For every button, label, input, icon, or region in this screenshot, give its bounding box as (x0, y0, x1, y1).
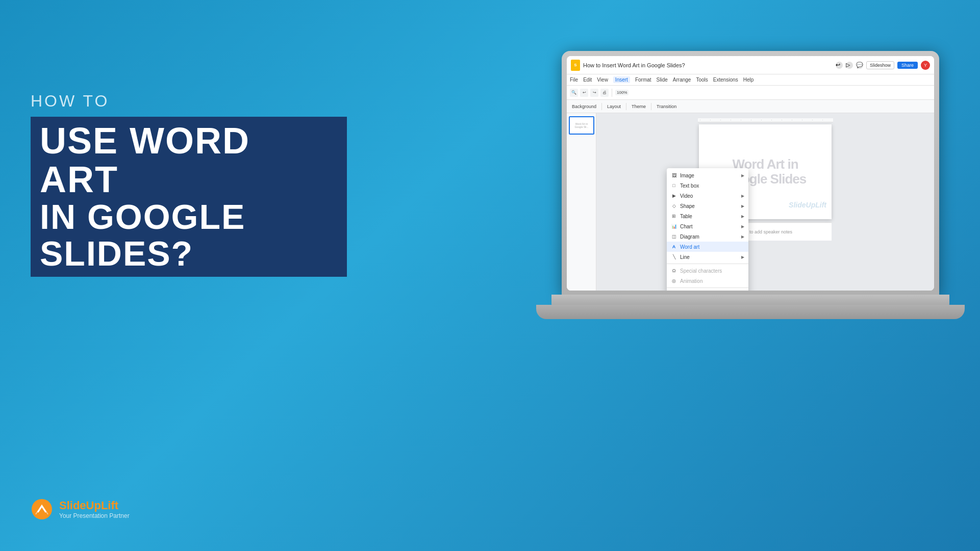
user-avatar: Y (921, 61, 930, 70)
slide-thumbnail-1[interactable]: 1 Word Art inGoogle Sli... (569, 116, 594, 135)
present-icon[interactable]: ▷ (846, 62, 853, 69)
menu-view[interactable]: View (597, 77, 608, 83)
toolbar-sep-1 (612, 89, 612, 97)
diagram-icon: ◫ (671, 233, 677, 240)
main-title: USE WORD ART IN GOOGLE SLIDES? (31, 117, 347, 277)
dd-item-video[interactable]: ▶ Video ▶ (667, 191, 748, 201)
zoom-btn[interactable]: 🔍 (570, 89, 578, 97)
gs-main-content: 1 Word Art inGoogle Sli... (567, 113, 934, 291)
ruler-marks (700, 120, 831, 120)
menu-extensions[interactable]: Extensions (713, 77, 738, 83)
title-line2: IN GOOGLE SLIDES? (40, 199, 338, 272)
dd-label-diagram: Diagram (680, 234, 738, 240)
logo-name-colored: SlideUp (59, 499, 101, 512)
special-chars-icon: Ω (671, 268, 677, 274)
zoom-level[interactable]: 100% (615, 90, 629, 95)
video-icon: ▶ (671, 193, 677, 199)
dd-item-special-chars[interactable]: Ω Special characters (667, 266, 748, 276)
video-arrow: ▶ (741, 194, 744, 198)
menu-format[interactable]: Format (635, 77, 651, 83)
dd-label-image: Image (680, 173, 738, 178)
dd-label-video: Video (680, 193, 738, 199)
slide-watermark: SlideUpLift (789, 201, 826, 209)
dd-label-line: Line (680, 254, 738, 260)
dd-item-textbox[interactable]: □ Text box (667, 180, 748, 191)
background-btn[interactable]: Background (570, 103, 598, 110)
gs-titlebar: S How to Insert Word Art in Google Slide… (567, 56, 934, 74)
image-arrow: ▶ (741, 173, 744, 178)
gs-slides-panel: 1 Word Art inGoogle Sli... (567, 113, 596, 291)
google-slides-ui: S How to Insert Word Art in Google Slide… (567, 56, 934, 291)
menu-file[interactable]: File (570, 77, 578, 83)
textbox-icon: □ (671, 182, 677, 189)
animation-icon: ◎ (671, 278, 677, 284)
line-icon: ╲ (671, 254, 677, 260)
gs-editor-area[interactable]: Word Art inGoogle Slides SlideUpLift Cli… (596, 113, 934, 291)
diagram-arrow: ▶ (741, 234, 744, 239)
menu-edit[interactable]: Edit (583, 77, 592, 83)
gs-titlebar-icons: ↩ ▷ 💬 Slideshow Share Y (836, 61, 930, 70)
chart-arrow: ▶ (741, 224, 744, 229)
laptop-bottom (536, 305, 965, 319)
laptop-base (551, 295, 949, 306)
title-line1: USE WORD ART (40, 120, 250, 200)
menu-insert[interactable]: Insert (613, 76, 630, 83)
laptop-screen-inner: S How to Insert Word Art in Google Slide… (567, 56, 934, 291)
tb2-sep-3 (651, 103, 651, 110)
comments-icon[interactable]: 💬 (856, 62, 863, 69)
logo-tagline: Your Presentation Partner (59, 512, 130, 519)
dd-item-diagram[interactable]: ◫ Diagram ▶ (667, 231, 748, 242)
menu-arrange[interactable]: Arrange (673, 77, 691, 83)
how-to-label: HOW TO (31, 92, 347, 111)
tb2-sep-1 (601, 103, 602, 110)
dd-item-link[interactable]: 🔗 Link Ctrl+K (667, 290, 748, 291)
logo-text: SlideUpLift Your Presentation Partner (59, 499, 130, 519)
laptop-container: S How to Insert Word Art in Google Slide… (551, 51, 949, 347)
page-background: HOW TO USE WORD ART IN GOOGLE SLIDES? Sl… (0, 0, 980, 551)
image-icon: 🖼 (671, 172, 677, 178)
dd-item-chart[interactable]: 📊 Chart ▶ (667, 221, 748, 231)
table-icon: ⊞ (671, 213, 677, 219)
shape-icon: ◇ (671, 203, 677, 209)
table-arrow: ▶ (741, 214, 744, 219)
history-icon[interactable]: ↩ (836, 62, 843, 69)
slideshow-button[interactable]: Slideshow (866, 61, 894, 69)
tb2-sep-2 (626, 103, 626, 110)
layout-btn[interactable]: Layout (605, 103, 623, 110)
chart-icon: 📊 (671, 223, 677, 229)
dd-item-animation[interactable]: ◎ Animation (667, 276, 748, 286)
slideuplift-logo-icon (31, 498, 53, 520)
dd-label-special-chars: Special characters (680, 268, 744, 274)
line-arrow: ▶ (741, 255, 744, 259)
dd-item-shape[interactable]: ◇ Shape ▶ (667, 201, 748, 211)
logo-name: SlideUpLift (59, 499, 130, 512)
gs-title-text: How to Insert Word Art in Google Slides? (583, 62, 833, 68)
share-button[interactable]: Share (897, 62, 918, 69)
menu-slide[interactable]: Slide (657, 77, 668, 83)
dd-label-animation: Animation (680, 278, 744, 284)
svg-point-0 (32, 499, 52, 519)
gs-toolbar: 🔍 ↩ ↪ 🖨 100% (567, 86, 934, 100)
insert-dropdown-menu[interactable]: 🖼 Image ▶ □ Text box ▶ (667, 168, 748, 291)
dd-sep-2 (667, 287, 748, 288)
logo-name-rest: Lift (101, 499, 118, 512)
shape-arrow: ▶ (741, 204, 744, 208)
ruler (698, 118, 833, 122)
dd-item-image[interactable]: 🖼 Image ▶ (667, 170, 748, 180)
dd-item-wordart[interactable]: A Word art (667, 242, 748, 252)
print-btn[interactable]: 🖨 (600, 89, 609, 97)
left-content-area: HOW TO USE WORD ART IN GOOGLE SLIDES? (31, 92, 347, 277)
laptop-screen-outer: S How to Insert Word Art in Google Slide… (562, 51, 939, 296)
theme-btn[interactable]: Theme (630, 103, 648, 110)
menu-help[interactable]: Help (743, 77, 754, 83)
transition-btn[interactable]: Transition (655, 103, 679, 110)
gs-menubar: File Edit View Insert Format Slide Arran… (567, 74, 934, 86)
dd-item-table[interactable]: ⊞ Table ▶ (667, 211, 748, 221)
slide-thumb-text: Word Art inGoogle Sli... (574, 122, 588, 128)
dd-label-textbox: Text box (680, 183, 744, 189)
undo-btn[interactable]: ↩ (580, 89, 588, 97)
menu-tools[interactable]: Tools (696, 77, 708, 83)
dd-label-chart: Chart (680, 224, 738, 229)
redo-btn[interactable]: ↪ (590, 89, 598, 97)
dd-item-line[interactable]: ╲ Line ▶ (667, 252, 748, 262)
